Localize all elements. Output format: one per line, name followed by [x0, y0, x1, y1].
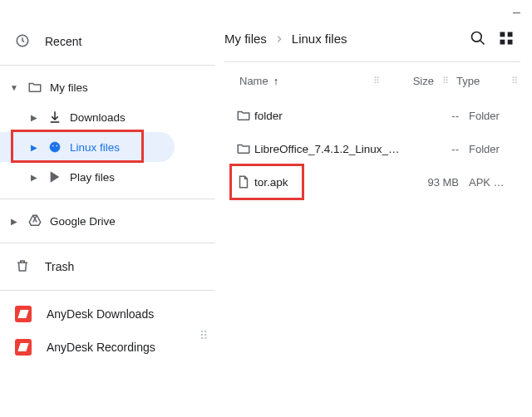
caret-down-icon: ▼ — [8, 83, 20, 92]
column-type-label: Type — [456, 75, 480, 87]
svg-rect-6 — [508, 32, 513, 37]
file-list: folder--FolderLibreOffice_7.4.1.2_Linux_… — [224, 99, 520, 199]
clock-icon — [15, 33, 30, 51]
table-row[interactable]: LibreOffice_7.4.1.2_Linux_…--Folder — [224, 132, 520, 165]
table-row[interactable]: tor.apk93 MBAPK … — [224, 165, 520, 199]
sidebar-anydesk-recordings[interactable]: AnyDesk Recordings — [0, 331, 215, 364]
anydesk-icon — [15, 306, 32, 322]
sidebar-anydesk-dl-label: AnyDesk Downloads — [47, 307, 154, 321]
column-name-label: Name — [239, 75, 268, 87]
divider — [0, 65, 215, 66]
svg-rect-7 — [500, 40, 505, 45]
toolbar: My files Linux files — [224, 25, 520, 52]
sidebar-gdrive-label: Google Drive — [50, 215, 116, 228]
sort-asc-icon: ↑ — [273, 75, 279, 87]
caret-right-icon: ▶ — [28, 113, 40, 122]
sidebar-recent[interactable]: Recent — [0, 25, 215, 58]
file-size: 93 MB — [407, 176, 464, 189]
sidebar-playfiles-label: Play files — [70, 171, 115, 184]
svg-point-4 — [472, 32, 482, 42]
sidebar-trash[interactable]: Trash — [0, 250, 215, 283]
file-size: -- — [407, 143, 464, 155]
svg-rect-5 — [500, 32, 505, 37]
sidebar-downloads[interactable]: ▶ Downloads — [0, 102, 215, 132]
sidebar-gdrive[interactable]: ▶ Google Drive — [0, 206, 215, 236]
breadcrumb-current[interactable]: Linux files — [292, 32, 347, 46]
sidebar-anydesk-downloads[interactable]: AnyDesk Downloads — [0, 297, 215, 331]
download-icon — [47, 110, 63, 125]
main-panel: My files Linux files Name ↑ ⠿ Size ⠿ Ty — [216, 0, 532, 417]
sidebar-linuxfiles[interactable]: ▶ Linux files — [0, 132, 175, 162]
table-header: Name ↑ ⠿ Size ⠿ Type ⠿ — [224, 62, 520, 99]
play-icon — [47, 170, 63, 184]
svg-point-1 — [50, 142, 60, 152]
sidebar-trash-label: Trash — [45, 260, 74, 273]
linux-icon — [47, 140, 63, 155]
column-grip-icon[interactable]: ⠿ — [439, 76, 451, 86]
sidebar-downloads-label: Downloads — [70, 111, 126, 124]
sidebar-myfiles[interactable]: ▼ My files — [0, 72, 215, 102]
svg-point-3 — [56, 145, 57, 146]
chevron-right-icon — [275, 32, 283, 46]
table-row[interactable]: folder--Folder — [224, 99, 520, 132]
svg-point-2 — [52, 145, 54, 146]
caret-right-icon: ▶ — [28, 143, 40, 152]
folder-icon — [224, 108, 254, 123]
sidebar: Recent ▼ My files ▶ Downloads ▶ Linux f — [0, 0, 216, 417]
gdrive-icon — [27, 213, 43, 228]
window-minimize[interactable]: – — [513, 5, 520, 20]
column-type[interactable]: Type — [451, 75, 508, 87]
trash-icon — [15, 258, 30, 276]
caret-right-icon: ▶ — [8, 217, 20, 226]
svg-rect-8 — [508, 40, 513, 45]
divider — [0, 199, 215, 199]
column-size[interactable]: Size — [382, 75, 439, 87]
app-root: Recent ▼ My files ▶ Downloads ▶ Linux f — [0, 0, 532, 417]
file-type: Folder — [464, 110, 520, 122]
divider — [0, 290, 215, 291]
column-name[interactable]: Name ↑ — [224, 75, 370, 87]
sidebar-myfiles-label: My files — [50, 81, 88, 94]
search-button[interactable] — [464, 24, 492, 52]
folder-icon — [224, 141, 254, 156]
column-grip-icon[interactable]: ⠿ — [508, 76, 520, 86]
file-type: Folder — [464, 143, 520, 155]
file-size: -- — [407, 110, 464, 122]
sidebar-linuxfiles-label: Linux files — [70, 141, 120, 154]
anydesk-icon — [15, 339, 32, 356]
caret-right-icon: ▶ — [28, 173, 40, 182]
divider — [0, 243, 215, 243]
column-size-label: Size — [413, 75, 434, 87]
sidebar-anydesk-rec-label: AnyDesk Recordings — [47, 341, 155, 354]
sidebar-recent-label: Recent — [45, 35, 81, 48]
breadcrumb-root[interactable]: My files — [224, 32, 267, 46]
file-name: folder — [254, 110, 407, 122]
sidebar-playfiles[interactable]: ▶ Play files — [0, 162, 215, 192]
file-name: tor.apk — [254, 176, 407, 189]
column-grip-icon[interactable]: ⠿ — [370, 76, 382, 86]
drag-grip-icon[interactable]: ⠿ — [196, 329, 210, 342]
file-icon — [224, 174, 254, 189]
view-toggle-button[interactable] — [492, 24, 520, 52]
file-name: LibreOffice_7.4.1.2_Linux_… — [254, 143, 407, 155]
breadcrumb: My files Linux files — [224, 32, 464, 46]
folder-icon — [27, 80, 43, 95]
file-type: APK … — [464, 176, 520, 189]
